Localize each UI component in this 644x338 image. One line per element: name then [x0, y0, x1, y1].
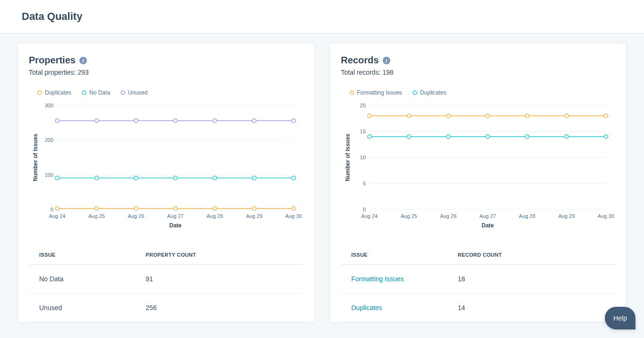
svg-point-30 — [292, 176, 295, 180]
svg-text:Number of Issues: Number of Issues — [32, 133, 39, 181]
legend-label: Duplicates — [420, 89, 447, 96]
page-title: Data Quality — [22, 10, 622, 23]
svg-point-59 — [446, 114, 450, 118]
table-header: ISSUE RECORD COUNT — [341, 252, 616, 265]
records-chart-svg: 05101520Number of IssuesAug 24Aug 25Aug … — [341, 101, 616, 233]
table-row: Unused256 — [29, 294, 303, 322]
svg-point-60 — [486, 114, 489, 118]
svg-text:Aug 30: Aug 30 — [285, 213, 302, 219]
svg-point-66 — [446, 135, 450, 139]
svg-point-28 — [213, 176, 217, 180]
svg-text:300: 300 — [45, 103, 53, 108]
svg-text:Aug 26: Aug 26 — [128, 213, 144, 219]
records-card-header: Records i Total records: 198 — [341, 55, 616, 76]
svg-text:Aug 25: Aug 25 — [401, 213, 417, 219]
svg-point-18 — [94, 207, 98, 210]
svg-text:Aug 29: Aug 29 — [558, 213, 575, 219]
svg-text:Aug 28: Aug 28 — [206, 213, 223, 219]
properties-card: Properties i Total properties: 293 Dupli… — [17, 43, 315, 323]
legend-item-duplicates[interactable]: Duplicates — [37, 89, 71, 96]
svg-point-23 — [292, 207, 295, 210]
info-icon[interactable]: i — [383, 57, 390, 64]
th-issue: ISSUE — [352, 252, 458, 258]
info-icon[interactable]: i — [79, 57, 87, 64]
properties-card-header: Properties i Total properties: 293 — [29, 55, 303, 76]
svg-point-22 — [252, 207, 256, 210]
svg-text:5: 5 — [362, 181, 365, 186]
svg-point-33 — [134, 119, 138, 122]
svg-text:Date: Date — [169, 222, 181, 229]
svg-point-62 — [565, 114, 568, 118]
svg-point-65 — [407, 135, 411, 139]
svg-text:0: 0 — [51, 207, 53, 212]
table-row[interactable]: Formatting Issues18 — [341, 265, 616, 294]
svg-point-34 — [173, 119, 177, 122]
svg-point-69 — [565, 135, 568, 139]
table-header: ISSUE PROPERTY COUNT — [29, 252, 303, 265]
svg-text:Aug 29: Aug 29 — [246, 213, 263, 219]
properties-chart-svg: 0100200300Number of IssuesAug 24Aug 25Au… — [29, 101, 303, 233]
svg-point-27 — [173, 176, 177, 180]
svg-point-57 — [368, 114, 371, 118]
legend-label: Duplicates — [45, 89, 71, 96]
svg-text:15: 15 — [360, 129, 365, 134]
svg-point-37 — [292, 119, 295, 122]
svg-point-70 — [604, 135, 608, 139]
td-count: 91 — [146, 275, 292, 283]
svg-point-32 — [94, 119, 98, 122]
svg-text:20: 20 — [360, 103, 365, 108]
content: Properties i Total properties: 293 Dupli… — [0, 34, 644, 332]
th-issue: ISSUE — [39, 252, 146, 258]
svg-point-21 — [213, 207, 217, 210]
td-issue: Unused — [39, 304, 146, 312]
svg-text:Aug 27: Aug 27 — [167, 213, 184, 219]
properties-chart: 0100200300Number of IssuesAug 24Aug 25Au… — [29, 101, 303, 233]
table-row[interactable]: Duplicates14 — [341, 294, 616, 322]
legend-marker-icon — [120, 90, 125, 95]
th-count: PROPERTY COUNT — [146, 252, 292, 258]
legend-item-formatting[interactable]: Formatting Issues — [350, 89, 402, 96]
help-label: Help — [613, 314, 627, 322]
svg-text:Aug 26: Aug 26 — [440, 213, 456, 219]
legend-item-unused[interactable]: Unused — [120, 89, 147, 96]
properties-legend: Duplicates No Data Unused — [37, 89, 303, 96]
properties-table: ISSUE PROPERTY COUNT No Data91Unused256 — [29, 252, 303, 322]
td-count: 256 — [146, 304, 292, 312]
svg-point-20 — [173, 207, 177, 210]
svg-point-29 — [252, 176, 256, 180]
legend-item-duplicates[interactable]: Duplicates — [412, 89, 447, 96]
svg-point-19 — [134, 207, 138, 210]
table-row: No Data91 — [29, 265, 303, 294]
svg-text:Aug 30: Aug 30 — [598, 213, 614, 219]
svg-point-67 — [486, 135, 489, 139]
svg-point-64 — [368, 135, 371, 139]
legend-marker-icon — [82, 90, 86, 95]
legend-label: No Data — [89, 89, 110, 96]
svg-text:100: 100 — [45, 172, 53, 178]
svg-text:Aug 24: Aug 24 — [49, 213, 66, 219]
properties-subtitle: Total properties: 293 — [29, 69, 303, 76]
records-title: Records — [341, 55, 379, 66]
svg-point-17 — [55, 207, 59, 210]
svg-point-24 — [55, 176, 59, 180]
records-legend: Formatting Issues Duplicates — [350, 89, 616, 96]
legend-item-nodata[interactable]: No Data — [82, 89, 110, 96]
records-table: ISSUE RECORD COUNT Formatting Issues18Du… — [341, 252, 616, 322]
td-count: 18 — [458, 275, 605, 283]
svg-text:Aug 25: Aug 25 — [88, 213, 105, 219]
help-button[interactable]: Help — [605, 307, 635, 329]
td-issue[interactable]: Duplicates — [352, 304, 458, 312]
th-count: RECORD COUNT — [458, 252, 605, 258]
td-issue[interactable]: Formatting Issues — [352, 275, 458, 283]
legend-marker-icon — [412, 90, 417, 95]
properties-title: Properties — [29, 55, 76, 66]
svg-point-63 — [604, 114, 608, 118]
svg-point-36 — [252, 119, 256, 122]
svg-point-31 — [55, 119, 59, 122]
svg-text:Aug 24: Aug 24 — [361, 213, 378, 219]
svg-text:Number of Issues: Number of Issues — [344, 133, 351, 181]
svg-text:0: 0 — [362, 207, 365, 212]
svg-point-25 — [94, 176, 98, 180]
svg-text:Date: Date — [481, 222, 494, 229]
records-card: Records i Total records: 198 Formatting … — [329, 43, 627, 323]
